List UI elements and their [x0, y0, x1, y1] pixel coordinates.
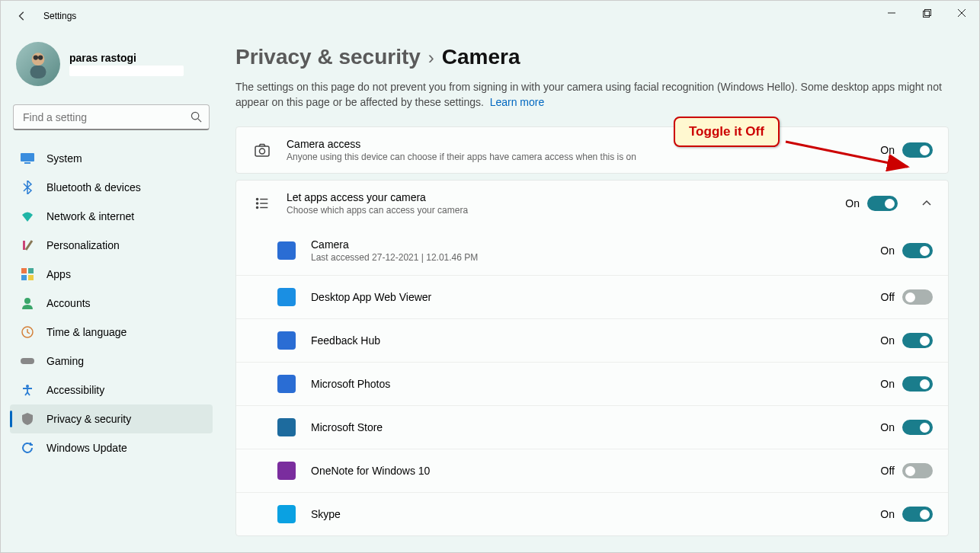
sidebar-item-gaming[interactable]: Gaming: [10, 347, 213, 376]
svg-point-28: [256, 207, 258, 209]
sidebar: paras rastogi SystemBluetooth & devicesN…: [1, 31, 222, 552]
app-icon: [277, 418, 296, 436]
app-toggle[interactable]: [902, 463, 933, 478]
time-icon: [21, 325, 34, 339]
apps-access-title: Let apps access your camera: [287, 191, 831, 203]
app-toggle-state: On: [880, 245, 895, 257]
app-name: Microsoft Photos: [311, 378, 865, 390]
personalization-icon: [21, 238, 34, 252]
breadcrumb: Privacy & security › Camera: [235, 45, 949, 69]
arrow-left-icon: [17, 11, 27, 21]
sidebar-item-label: Accounts: [46, 297, 91, 309]
search-wrap: [13, 104, 210, 130]
svg-line-10: [198, 119, 201, 122]
accessibility-icon: [21, 383, 34, 397]
app-row: CameraLast accessed 27-12-2021 | 12.01.4…: [236, 226, 948, 275]
svg-point-5: [32, 53, 45, 66]
app-toggle[interactable]: [902, 420, 933, 435]
app-toggle[interactable]: [902, 507, 933, 522]
app-toggle-state: Off: [881, 465, 895, 477]
breadcrumb-parent[interactable]: Privacy & security: [235, 45, 421, 69]
app-toggle[interactable]: [902, 289, 933, 305]
minimize-button[interactable]: [874, 1, 909, 25]
camera-access-subtitle: Anyone using this device can choose if t…: [287, 152, 866, 162]
svg-rect-20: [21, 358, 34, 364]
learn-more-link[interactable]: Learn more: [490, 96, 545, 108]
app-icon: [277, 375, 296, 393]
svg-rect-15: [28, 268, 34, 273]
svg-rect-17: [28, 275, 34, 280]
svg-point-23: [260, 149, 265, 154]
app-toggle-state: Off: [881, 291, 895, 303]
camera-access-toggle[interactable]: [902, 142, 933, 158]
svg-point-18: [24, 298, 30, 304]
sidebar-item-update[interactable]: Windows Update: [10, 433, 213, 462]
app-subtitle: Last accessed 27-12-2021 | 12.01.46 PM: [311, 252, 865, 263]
sidebar-item-label: Bluetooth & devices: [46, 181, 141, 193]
svg-point-21: [26, 385, 29, 388]
profile-name: paras rastogi: [69, 52, 184, 64]
profile-email: [69, 66, 184, 76]
apps-icon: [21, 267, 34, 281]
svg-rect-2: [924, 9, 930, 15]
search-input[interactable]: [13, 104, 210, 130]
close-button[interactable]: [944, 1, 979, 25]
svg-rect-22: [255, 146, 269, 156]
app-toggle[interactable]: [902, 243, 933, 258]
sidebar-item-label: System: [46, 152, 82, 165]
sidebar-item-label: Personalization: [46, 239, 120, 251]
app-row: Desktop App Web ViewerOff: [236, 275, 948, 318]
app-name: Camera: [311, 238, 865, 251]
search-icon: [191, 111, 202, 123]
svg-point-9: [191, 112, 198, 119]
titlebar: Settings: [1, 1, 979, 31]
main-content: Privacy & security › Camera The settings…: [222, 31, 979, 552]
sidebar-item-label: Privacy & security: [46, 413, 131, 425]
system-icon: [21, 152, 34, 165]
app-row: SkypeOn: [236, 492, 948, 535]
app-row: Microsoft PhotosOn: [236, 362, 948, 405]
app-toggle-state: On: [880, 508, 895, 520]
sidebar-item-bluetooth[interactable]: Bluetooth & devices: [10, 173, 213, 202]
sidebar-item-label: Gaming: [46, 355, 84, 367]
sidebar-item-privacy[interactable]: Privacy & security: [10, 404, 213, 433]
app-toggle[interactable]: [902, 376, 933, 392]
svg-point-7: [34, 55, 38, 59]
sidebar-item-apps[interactable]: Apps: [10, 260, 213, 289]
sidebar-item-time[interactable]: Time & language: [10, 318, 213, 347]
profile-section[interactable]: paras rastogi: [10, 31, 213, 101]
app-row: Microsoft StoreOn: [236, 405, 948, 449]
camera-access-title: Camera access: [287, 138, 866, 150]
window-controls: [874, 1, 979, 25]
sidebar-item-system[interactable]: System: [10, 144, 213, 173]
app-name: Feedback Hub: [311, 334, 865, 347]
sidebar-item-network[interactable]: Network & internet: [10, 202, 213, 231]
svg-point-24: [256, 199, 258, 200]
maximize-icon: [923, 9, 931, 18]
app-toggle[interactable]: [902, 333, 933, 348]
chevron-up-icon[interactable]: [921, 197, 933, 209]
camera-access-row[interactable]: Camera access Anyone using this device c…: [236, 127, 948, 173]
app-name: Skype: [311, 508, 865, 520]
back-button[interactable]: [7, 1, 37, 31]
app-name: OneNote for Windows 10: [311, 465, 866, 477]
page-description: The settings on this page do not prevent…: [235, 80, 949, 110]
svg-rect-13: [23, 241, 25, 250]
camera-access-card: Camera access Anyone using this device c…: [235, 126, 949, 174]
app-toggle-state: On: [880, 334, 895, 347]
sidebar-item-accounts[interactable]: Accounts: [10, 289, 213, 318]
camera-icon: [251, 139, 273, 161]
network-icon: [21, 209, 34, 223]
sidebar-item-accessibility[interactable]: Accessibility: [10, 376, 213, 404]
maximize-button[interactable]: [909, 1, 944, 25]
svg-rect-6: [30, 66, 46, 78]
apps-access-toggle[interactable]: [867, 196, 898, 211]
apps-access-subtitle: Choose which apps can access your camera: [287, 205, 831, 216]
app-row: OneNote for Windows 10Off: [236, 449, 948, 492]
sidebar-item-personalization[interactable]: Personalization: [10, 231, 213, 260]
apps-access-header[interactable]: Let apps access your camera Choose which…: [236, 181, 948, 226]
avatar: [16, 42, 60, 86]
svg-rect-12: [24, 162, 30, 164]
app-icon: [277, 241, 296, 260]
svg-rect-1: [923, 11, 929, 17]
